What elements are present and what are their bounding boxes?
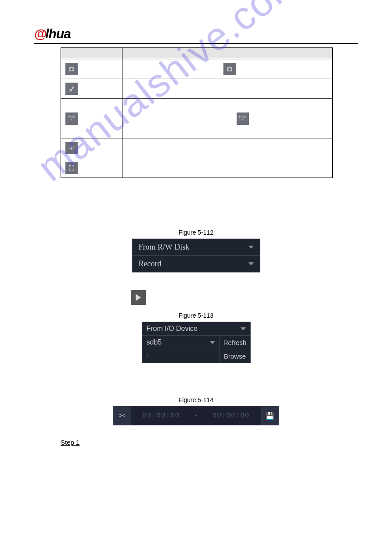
dropdown-record[interactable]: Record	[133, 256, 260, 272]
dropdown-label: From R/W Disk	[139, 243, 190, 252]
table-header-row	[61, 48, 333, 59]
dropdown-label: From I/O Device	[147, 325, 198, 333]
browse-button[interactable]: Browse	[219, 349, 250, 363]
chevron-down-icon	[210, 341, 215, 344]
brand-logo: @lhua	[34, 26, 83, 41]
dropdown-from-io-device[interactable]: From I/O Device	[142, 322, 250, 335]
scissors-button[interactable]: ✂	[114, 406, 131, 425]
table-row	[61, 59, 333, 79]
dropdown-from-rw-disk[interactable]: From R/W Disk	[133, 239, 260, 256]
chevron-down-icon	[248, 246, 254, 249]
header-desc-col	[122, 48, 333, 59]
path-value: /	[147, 352, 148, 360]
pos-icon: POS ≡	[65, 112, 78, 125]
fullscreen-icon	[65, 162, 78, 174]
table-row	[61, 79, 333, 99]
dropdown-device-select[interactable]: sdb5	[142, 336, 219, 349]
figure-caption-2: Figure 5-113	[34, 312, 358, 319]
page-header: @lhua	[34, 26, 358, 44]
step-label: Step 1	[61, 439, 358, 446]
clip-bar: ✂ 00:00:00 - 00:00:00 💾	[113, 406, 279, 425]
figure-caption-1: Figure 5-112	[34, 229, 358, 236]
save-icon: 💾	[266, 412, 274, 420]
scissors-icon: ✂	[119, 411, 126, 421]
camera-icon	[65, 63, 78, 75]
dash: -	[194, 412, 198, 420]
clip-time-range: 00:00:00 - 00:00:00	[131, 412, 261, 420]
camera-icon	[223, 63, 236, 75]
table-row	[61, 158, 333, 178]
figure-caption-3: Figure 5-114	[34, 396, 358, 403]
clip-start-time: 00:00:00	[143, 412, 180, 420]
pos-icon: POS ≡	[237, 112, 249, 125]
dropdown-value: sdb5	[147, 338, 162, 346]
table-row: POS ≡ POS ≡	[61, 99, 333, 138]
refresh-button[interactable]: Refresh	[219, 336, 250, 349]
dropdown-label: Record	[139, 259, 162, 268]
panel-from-rw: From R/W Disk Record	[132, 239, 260, 272]
chevron-down-icon	[248, 262, 254, 265]
branch-icon	[65, 142, 78, 154]
play-button[interactable]	[131, 290, 146, 305]
play-icon	[136, 294, 141, 301]
clip-end-time: 00:00:00	[212, 412, 250, 420]
table-row	[61, 138, 333, 158]
header-icon-col	[61, 48, 122, 59]
pin-icon	[65, 83, 78, 95]
path-field[interactable]: /	[142, 349, 219, 363]
page: @lhua	[0, 0, 392, 464]
panel-from-io: From I/O Device sdb5 Refresh / Browse	[142, 322, 251, 363]
save-clip-button[interactable]: 💾	[261, 406, 279, 425]
icons-table: POS ≡ POS ≡	[61, 47, 333, 178]
chevron-down-icon	[241, 327, 246, 330]
